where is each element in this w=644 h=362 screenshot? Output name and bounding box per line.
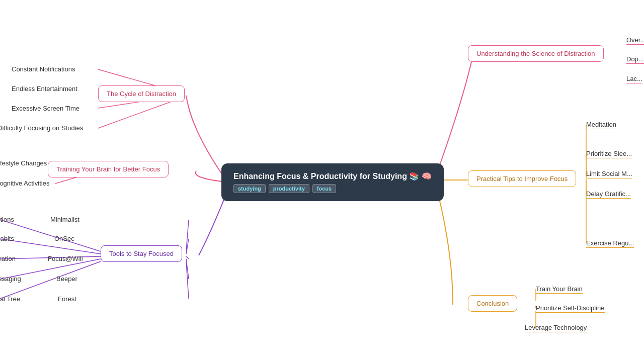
leaf-concentration: Concentration	[0, 254, 16, 263]
leaf-train-brain: Train Your Brain	[536, 284, 583, 293]
svg-line-7	[0, 239, 101, 254]
leaf-distractions: Distractions	[0, 215, 14, 224]
leaf-lac: Lac...	[626, 74, 642, 83]
training-brain-label: Training Your Brain for Better Focus	[48, 161, 169, 177]
leaf-over: Over...	[626, 35, 644, 44]
leaf-bad-habits: to Bad Habits	[0, 234, 14, 243]
svg-line-11	[186, 220, 189, 251]
leaf-onsec: OnSec	[54, 234, 74, 243]
tools-focused-node: Tools to Stay Focused	[101, 245, 182, 262]
leaf-limit-social: Limit Social M...	[586, 169, 632, 178]
understanding-science-label: Understanding the Science of Distraction	[468, 45, 604, 62]
svg-line-3	[98, 98, 181, 128]
leaf-forest: Forest	[58, 294, 76, 303]
practical-tips-label: Practical Tips to Improve Focus	[468, 170, 576, 187]
leaf-cognitive-activities: Cognitive Activities	[0, 178, 49, 188]
tag-focus: focus	[312, 184, 336, 193]
leaf-difficulty-focusing: Difficulty Focusing on Studies	[0, 123, 83, 132]
leaf-delay-gratification: Delay Gratific...	[586, 189, 631, 198]
leaf-meditation: Meditation	[586, 120, 616, 129]
practical-tips-node: Practical Tips to Improve Focus	[468, 170, 576, 187]
leaf-constant-notifications: Constant Notifications	[12, 64, 75, 73]
leaf-lifestyle-changes: Lifestyle Changes	[0, 158, 47, 167]
leaf-endless-entertainment: Endless Entertainment	[12, 84, 77, 93]
central-node: Enhancing Focus & Productivity for Study…	[221, 163, 444, 201]
training-brain-node: Training Your Brain for Better Focus	[48, 161, 169, 177]
leaf-prioritize-self-discipline: Prioritize Self-Discipline	[536, 303, 605, 312]
svg-line-14	[186, 259, 189, 279]
leaf-excessive-screen-time: Excessive Screen Time	[12, 104, 79, 113]
leaf-minimalist: Minimalist	[50, 215, 79, 224]
conclusion-node: Conclusion	[468, 295, 517, 312]
cycle-distraction-node: The Cycle of Distraction	[98, 85, 185, 102]
leaf-beeper: Beeper	[56, 274, 77, 283]
svg-line-12	[186, 239, 189, 254]
leaf-late-messaging: Late Messaging	[0, 274, 21, 283]
cycle-distraction-label: The Cycle of Distraction	[98, 85, 185, 102]
svg-line-13	[186, 256, 189, 259]
leaf-focusatwill: Focus@Will	[48, 254, 83, 263]
svg-line-15	[186, 261, 189, 299]
leaf-dop: Dop...	[626, 54, 644, 63]
leaf-leverage-technology: Leverage Technology	[525, 323, 587, 332]
conclusion-label: Conclusion	[468, 295, 517, 312]
central-box: Enhancing Focus & Productivity for Study…	[221, 163, 444, 201]
tools-focused-label: Tools to Stay Focused	[101, 245, 182, 262]
svg-line-6	[0, 220, 101, 251]
understanding-science-node: Understanding the Science of Distraction	[468, 45, 604, 62]
tag-studying: studying	[233, 184, 266, 193]
central-tags: studying productivity focus	[233, 184, 432, 193]
leaf-exercise: Exercise Regu...	[586, 238, 634, 247]
tag-productivity: productivity	[269, 184, 309, 193]
leaf-prioritize-sleep: Prioritize Slee...	[586, 149, 632, 158]
leaf-virtual-tree: w a Virtual Tree	[0, 294, 20, 303]
central-title: Enhancing Focus & Productivity for Study…	[233, 171, 432, 181]
